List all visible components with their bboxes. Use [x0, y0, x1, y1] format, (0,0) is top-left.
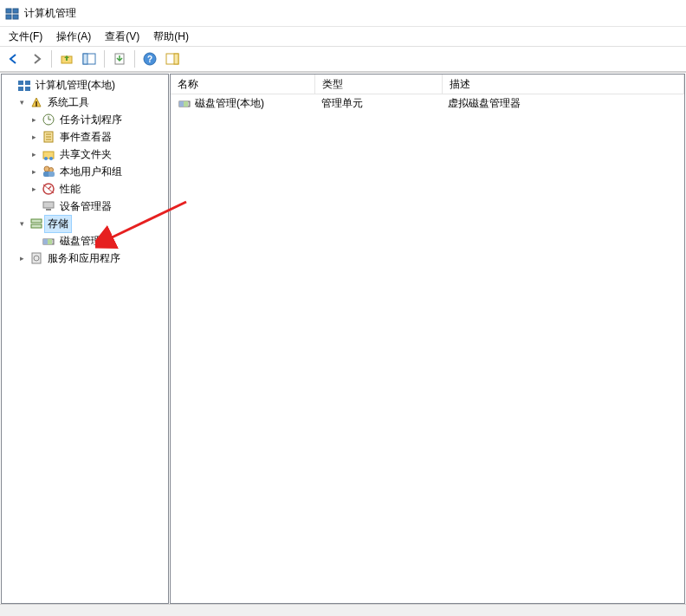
tree-node-label: 存储: [45, 216, 71, 232]
expander-empty: [28, 235, 40, 247]
show-hide-tree-button[interactable]: [79, 49, 100, 69]
svg-point-24: [49, 157, 53, 160]
performance-icon: [42, 182, 55, 196]
svg-rect-3: [13, 15, 18, 19]
chevron-right-icon[interactable]: ▸: [28, 183, 40, 195]
app-icon: [5, 6, 19, 20]
svg-text:?: ?: [147, 55, 152, 64]
svg-rect-37: [48, 239, 52, 244]
svg-rect-33: [31, 219, 42, 223]
clock-icon: [42, 113, 55, 126]
menu-view[interactable]: 查看(V): [100, 28, 145, 46]
list-cell-name: 磁盘管理(本地): [195, 96, 264, 111]
svg-rect-31: [43, 202, 54, 208]
toolbar-separator: [104, 50, 105, 68]
users-icon: [42, 165, 55, 178]
disk-management-icon: [178, 96, 191, 110]
column-header-name[interactable]: 名称: [171, 75, 315, 94]
tree-node-local-users[interactable]: ▸ 本地用户和组: [2, 163, 168, 180]
svg-rect-34: [31, 224, 42, 228]
chevron-down-icon[interactable]: ▾: [16, 217, 28, 230]
services-apps-icon: [29, 251, 43, 265]
tree-node-label: 磁盘管理: [57, 233, 104, 250]
svg-rect-41: [179, 101, 184, 107]
menu-action[interactable]: 操作(A): [51, 28, 96, 46]
tree-node-services-apps[interactable]: ▸ 服务和应用程序: [2, 250, 168, 267]
export-list-button[interactable]: [109, 49, 130, 69]
up-folder-button[interactable]: [56, 49, 77, 69]
event-viewer-icon: [42, 130, 55, 144]
show-hide-action-pane-button[interactable]: [162, 49, 183, 69]
device-manager-icon: [42, 199, 55, 213]
menu-help[interactable]: 帮助(H): [148, 28, 194, 46]
svg-rect-2: [6, 15, 11, 19]
tree-node-device-manager[interactable]: 设备管理器: [2, 198, 168, 215]
list-pane: 名称 类型 描述 磁盘管理(本地) 管理单元 虚拟磁盘管理器: [170, 74, 685, 604]
svg-rect-16: [36, 101, 37, 107]
svg-rect-11: [174, 54, 178, 64]
window-title: 计算机管理: [24, 6, 76, 21]
tree-node-task-scheduler[interactable]: ▸ 任务计划程序: [2, 111, 168, 128]
svg-point-27: [49, 168, 54, 172]
chevron-right-icon[interactable]: ▸: [28, 148, 40, 160]
chevron-down-icon[interactable]: ▾: [16, 96, 28, 108]
titlebar: 计算机管理: [0, 0, 686, 27]
svg-rect-13: [25, 81, 30, 85]
tree-node-label: 系统工具: [45, 94, 92, 111]
svg-rect-1: [13, 9, 18, 13]
list-cell-desc: 虚拟磁盘管理器: [441, 94, 684, 113]
chevron-right-icon[interactable]: ▸: [28, 131, 40, 143]
tree-node-performance[interactable]: ▸ 性能: [2, 180, 168, 198]
tree-node-shared-folders[interactable]: ▸ 共享文件夹: [2, 146, 168, 163]
nav-forward-button[interactable]: [26, 49, 47, 69]
menu-file[interactable]: 文件(F): [3, 28, 48, 46]
chevron-right-icon[interactable]: ▸: [28, 165, 40, 178]
main-area: 计算机管理(本地) ▾ 系统工具 ▸ 任务计划程序 ▸: [0, 72, 686, 604]
tree-node-system-tools[interactable]: ▾ 系统工具: [2, 94, 168, 111]
svg-rect-28: [49, 172, 55, 177]
tree-pane[interactable]: 计算机管理(本地) ▾ 系统工具 ▸ 任务计划程序 ▸: [1, 74, 169, 604]
tree-node-label: 计算机管理(本地): [33, 77, 118, 94]
list-header: 名称 类型 描述: [171, 75, 684, 94]
chevron-right-icon[interactable]: ▸: [28, 113, 40, 126]
disk-management-icon: [42, 234, 55, 248]
svg-point-23: [44, 157, 48, 160]
toolbar: ?: [0, 46, 686, 72]
expander-empty: [28, 200, 40, 212]
system-tools-icon: [29, 95, 43, 109]
storage-icon: [29, 217, 43, 230]
list-cell-type: 管理单元: [314, 94, 441, 113]
tree: 计算机管理(本地) ▾ 系统工具 ▸ 任务计划程序 ▸: [2, 75, 168, 269]
tree-node-label: 性能: [57, 181, 83, 198]
chevron-down-icon[interactable]: [3, 79, 16, 91]
tree-node-label: 事件查看器: [57, 129, 114, 146]
tree-node-label: 设备管理器: [57, 198, 114, 215]
toolbar-separator: [51, 50, 52, 68]
svg-rect-0: [6, 9, 11, 13]
svg-rect-14: [18, 87, 23, 91]
statusbar: [0, 604, 686, 616]
svg-rect-42: [184, 101, 188, 107]
svg-rect-15: [25, 87, 30, 91]
tree-node-disk-management[interactable]: 磁盘管理: [2, 232, 168, 250]
list-body[interactable]: 磁盘管理(本地) 管理单元 虚拟磁盘管理器: [171, 94, 684, 603]
tree-node-label: 任务计划程序: [57, 112, 125, 128]
help-button[interactable]: ?: [139, 49, 160, 69]
tree-node-event-viewer[interactable]: ▸ 事件查看器: [2, 128, 168, 146]
computer-management-icon: [17, 78, 31, 92]
shared-folders-icon: [42, 147, 55, 161]
column-header-type[interactable]: 类型: [315, 75, 443, 94]
list-row[interactable]: 磁盘管理(本地) 管理单元 虚拟磁盘管理器: [171, 94, 684, 112]
nav-back-button[interactable]: [3, 49, 24, 69]
svg-rect-12: [18, 81, 23, 85]
tree-node-root[interactable]: 计算机管理(本地): [2, 76, 168, 94]
column-header-desc[interactable]: 描述: [443, 75, 684, 94]
menubar: 文件(F) 操作(A) 查看(V) 帮助(H): [0, 27, 686, 46]
tree-node-label: 共享文件夹: [57, 146, 114, 163]
tree-node-storage[interactable]: ▾ 存储: [2, 215, 168, 232]
chevron-right-icon[interactable]: ▸: [16, 252, 28, 264]
svg-rect-6: [83, 54, 87, 64]
toolbar-separator: [134, 50, 135, 68]
svg-rect-36: [43, 239, 48, 244]
tree-node-label: 服务和应用程序: [45, 250, 123, 267]
